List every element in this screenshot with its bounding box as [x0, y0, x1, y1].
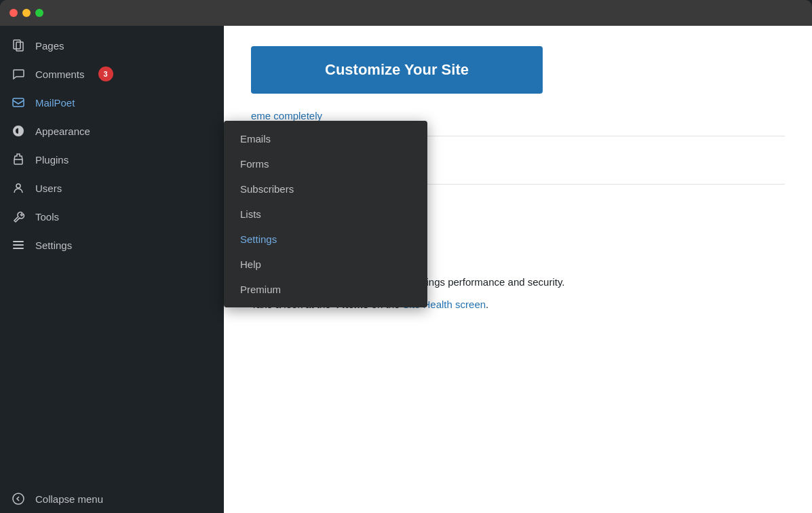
sidebar-item-settings[interactable]: Settings — [0, 231, 224, 259]
svg-rect-5 — [13, 244, 24, 246]
sidebar-item-appearance[interactable]: Appearance — [0, 117, 224, 145]
svg-point-3 — [16, 184, 20, 188]
sidebar-item-tools[interactable]: Tools — [0, 202, 224, 231]
submenu-item-lists[interactable]: Lists — [224, 202, 427, 227]
submenu-item-premium[interactable]: Premium — [224, 277, 427, 302]
sidebar-label-appearance: Appearance — [35, 126, 90, 137]
collapse-icon — [11, 491, 26, 506]
sidebar-label-settings: Settings — [35, 240, 72, 251]
svg-rect-1 — [16, 42, 23, 51]
sidebar-item-pages[interactable]: Pages — [0, 31, 224, 60]
sidebar-label-comments: Comments — [35, 69, 85, 80]
customize-site-button[interactable]: Customize Your Site — [251, 46, 543, 94]
svg-rect-4 — [13, 241, 24, 242]
submenu-item-help[interactable]: Help — [224, 252, 427, 277]
comments-badge: 3 — [98, 66, 113, 81]
sidebar-label-pages: Pages — [35, 40, 64, 52]
sidebar-item-plugins[interactable]: Plugins — [0, 145, 224, 174]
close-dot[interactable] — [9, 9, 18, 17]
comments-icon — [11, 66, 26, 81]
sidebar-label-collapse: Collapse menu — [35, 493, 103, 505]
minimize-dot[interactable] — [22, 9, 31, 17]
submenu-item-emails[interactable]: Emails — [224, 126, 427, 151]
pages-icon — [11, 38, 26, 53]
submenu-item-settings[interactable]: Settings — [224, 227, 427, 252]
sidebar-label-users: Users — [35, 183, 62, 194]
sidebar-item-users[interactable]: Users — [0, 174, 224, 202]
sidebar-label-tools: Tools — [35, 211, 59, 223]
mailpoet-submenu: Emails Forms Subscribers Lists Settings … — [224, 121, 427, 307]
sidebar-label-plugins: Plugins — [35, 154, 69, 166]
traffic-lights — [9, 9, 43, 17]
svg-rect-6 — [13, 248, 24, 249]
sidebar-label-mailpoet: MailPoet — [35, 97, 75, 109]
sidebar-item-mailpoet[interactable]: MailPoet — [0, 88, 224, 117]
fullscreen-dot[interactable] — [35, 9, 43, 17]
users-icon — [11, 180, 26, 195]
svg-rect-0 — [14, 40, 20, 49]
sidebar-item-collapse[interactable]: Collapse menu — [0, 478, 224, 513]
theme-link[interactable]: eme completely — [251, 110, 322, 121]
svg-rect-2 — [13, 98, 24, 107]
sidebar: Pages Comments 3 MailPoet — [0, 26, 224, 513]
appearance-icon — [11, 124, 26, 138]
submenu-item-forms[interactable]: Forms — [224, 151, 427, 176]
settings-icon — [11, 238, 26, 252]
submenu-item-subscribers[interactable]: Subscribers — [224, 176, 427, 202]
tools-icon — [11, 209, 26, 224]
sidebar-item-comments[interactable]: Comments 3 — [0, 60, 224, 88]
window-chrome — [0, 0, 812, 26]
svg-point-7 — [13, 493, 24, 504]
plugins-icon — [11, 152, 26, 167]
app-container: Pages Comments 3 MailPoet — [0, 26, 812, 513]
mailpoet-icon — [11, 95, 26, 110]
